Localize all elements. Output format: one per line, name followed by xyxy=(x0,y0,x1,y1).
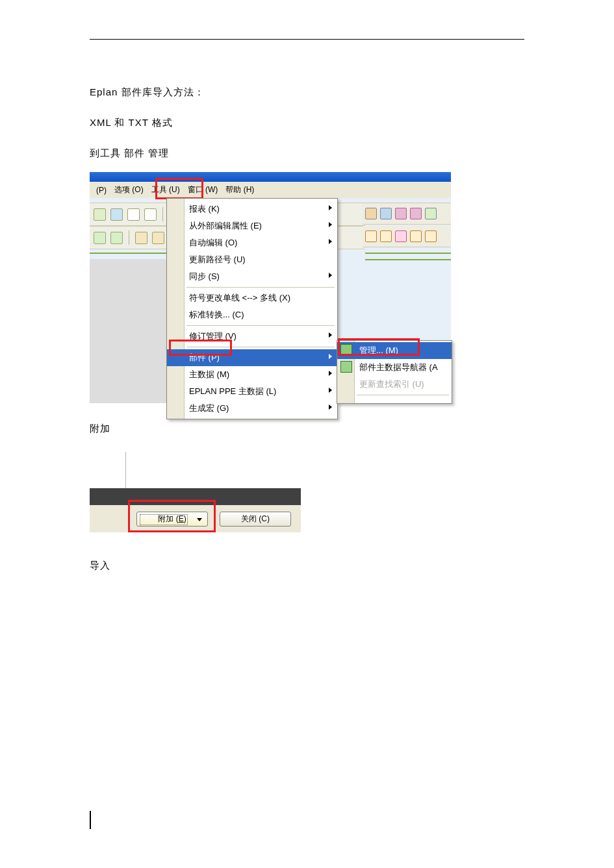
highlight-box xyxy=(169,340,232,356)
menu-item[interactable]: 选项 (O) xyxy=(114,184,144,195)
menu-label: 报表 (K) xyxy=(189,204,220,214)
menu-label: 符号更改单线 <--> 多线 (X) xyxy=(189,293,290,303)
toolbar-icon[interactable] xyxy=(395,230,407,242)
toolbar-icon[interactable] xyxy=(410,208,422,219)
chevron-right-icon xyxy=(329,354,332,359)
toolbar-icon[interactable] xyxy=(144,208,157,221)
menu-item[interactable]: 主数据 (M) xyxy=(167,366,337,383)
toolbar-icon[interactable] xyxy=(395,208,407,219)
top-rule xyxy=(90,39,524,40)
button-label: 关闭 (C) xyxy=(241,514,270,525)
toolbar-icon[interactable] xyxy=(425,230,437,242)
back-icon[interactable] xyxy=(94,232,106,244)
screenshot-extra-button: 附加 (E) 关闭 (C) xyxy=(90,452,301,532)
chevron-right-icon xyxy=(329,371,332,376)
submenu-item[interactable]: 部件主数据导航器 (A xyxy=(337,359,452,376)
ruler xyxy=(365,253,451,260)
menubar: (P) 选项 (O) 工具 (U) 窗口 (W) 帮助 (H) xyxy=(90,182,451,198)
toolbar-icon[interactable] xyxy=(110,208,123,221)
menu-label: 部件主数据导航器 (A xyxy=(359,362,438,372)
toolbar-icon[interactable] xyxy=(127,208,140,221)
menu-item[interactable]: (P) xyxy=(96,186,107,195)
menu-item[interactable]: 同步 (S) xyxy=(167,268,337,285)
menu-item[interactable]: 从外部编辑属性 (E) xyxy=(167,217,337,234)
button-label: ) xyxy=(184,514,186,523)
toolbar-icon[interactable] xyxy=(380,230,392,242)
forward-icon[interactable] xyxy=(110,232,123,244)
separator xyxy=(357,395,449,395)
separator xyxy=(186,325,335,326)
menu-item[interactable]: 报表 (K) xyxy=(167,201,337,217)
toolbar-icon[interactable] xyxy=(135,232,147,244)
navigator-icon xyxy=(340,361,352,373)
highlight-box xyxy=(338,338,420,356)
toolbar-icon[interactable] xyxy=(94,208,106,221)
menu-label: 生成宏 (G) xyxy=(189,403,229,413)
toolbar-icon[interactable] xyxy=(425,208,437,219)
chevron-right-icon xyxy=(329,388,332,393)
menu-item[interactable]: EPLAN PPE 主数据 (L) xyxy=(167,383,337,400)
menu-label: 主数据 (M) xyxy=(189,369,229,379)
paragraph: XML 和 TXT 格式 xyxy=(90,116,524,130)
menu-label: 标准转换... (C) xyxy=(189,310,244,319)
tools-menu-dropdown: 报表 (K) 从外部编辑属性 (E) 自动编辑 (O) 更新路径号 (U) 同步… xyxy=(166,198,338,419)
panel-corner xyxy=(91,452,126,489)
chevron-right-icon xyxy=(329,332,332,338)
toolbar-icon[interactable] xyxy=(380,208,392,219)
menu-label: 从外部编辑属性 (E) xyxy=(189,221,262,230)
menu-label: 更新查找索引 (U) xyxy=(359,379,424,389)
chevron-right-icon xyxy=(329,205,332,210)
menu-label: 更新路径号 (U) xyxy=(189,254,246,264)
toolbar-icon[interactable] xyxy=(365,208,377,219)
chevron-right-icon xyxy=(329,404,332,410)
chevron-right-icon xyxy=(329,273,332,278)
separator xyxy=(186,287,335,288)
submenu-item: 更新查找索引 (U) xyxy=(337,376,452,393)
toolbar xyxy=(363,203,451,225)
menu-label: EPLAN PPE 主数据 (L) xyxy=(189,386,276,396)
menu-item[interactable]: 帮助 (H) xyxy=(225,184,254,195)
menu-item[interactable]: 符号更改单线 <--> 多线 (X) xyxy=(167,290,337,306)
grey-strip xyxy=(90,259,166,403)
menu-label: 同步 (S) xyxy=(189,271,220,281)
paragraph: 导入 xyxy=(90,558,524,573)
chevron-right-icon xyxy=(329,222,332,227)
paragraph: 附加 xyxy=(90,421,524,436)
button-label: 附加 ( xyxy=(158,514,178,523)
toolbar xyxy=(363,226,451,247)
menu-item[interactable]: 自动编辑 (O) xyxy=(167,234,337,251)
highlight-box xyxy=(155,178,203,199)
toolbar-icon[interactable] xyxy=(365,230,377,242)
toolbar-icon[interactable] xyxy=(152,232,164,244)
paragraph: Eplan 部件库导入方法： xyxy=(90,85,524,99)
separator xyxy=(129,230,129,245)
menu-item[interactable]: 生成宏 (G) xyxy=(167,400,337,417)
titlebar xyxy=(90,172,451,182)
menu-label: 自动编辑 (O) xyxy=(189,238,237,247)
screenshot-tools-menu: (P) 选项 (O) 工具 (U) 窗口 (W) 帮助 (H) xyxy=(90,172,451,403)
close-button[interactable]: 关闭 (C) xyxy=(220,512,291,527)
chevron-right-icon xyxy=(329,239,332,244)
menu-item[interactable]: 标准转换... (C) xyxy=(167,306,337,323)
separator xyxy=(162,207,163,221)
button-mnemonic: E xyxy=(179,514,184,523)
toolbar-icon[interactable] xyxy=(410,230,422,242)
menu-item[interactable]: 更新路径号 (U) xyxy=(167,251,337,268)
paragraph: 到工具 部件 管理 xyxy=(90,146,524,160)
